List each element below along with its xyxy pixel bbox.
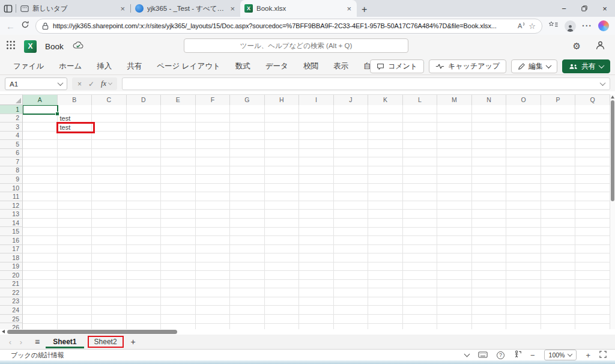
- read-aloud-icon[interactable]: A: [518, 22, 524, 29]
- browser-tab-book-xlsx[interactable]: X Book.xlsx ×: [240, 0, 357, 17]
- horizontal-scrollbar[interactable]: [0, 329, 615, 335]
- browser-settings-menu-icon[interactable]: ···: [582, 21, 592, 31]
- row-header-25[interactable]: 25: [0, 315, 23, 324]
- favorites-list-icon[interactable]: [548, 20, 559, 31]
- comments-button[interactable]: コメント: [370, 59, 424, 73]
- tab-close-icon[interactable]: ×: [345, 5, 353, 13]
- row-header-12[interactable]: 12: [0, 201, 23, 210]
- menu-tab-6[interactable]: データ: [265, 61, 288, 71]
- column-header-N[interactable]: N: [472, 95, 507, 105]
- gear-icon[interactable]: ⚙: [573, 41, 581, 52]
- enter-icon[interactable]: ✓: [88, 80, 94, 88]
- share-button[interactable]: 共有: [562, 59, 610, 73]
- column-header-B[interactable]: B: [58, 95, 92, 105]
- column-header-J[interactable]: J: [334, 95, 369, 105]
- horizontal-scrollbar-thumb[interactable]: [7, 330, 177, 334]
- row-header-11[interactable]: 11: [0, 192, 23, 201]
- tab-workspaces-icon[interactable]: [0, 0, 16, 17]
- name-box[interactable]: A1: [5, 77, 67, 90]
- column-header-H[interactable]: H: [265, 95, 300, 105]
- new-tab-button[interactable]: +: [362, 5, 367, 14]
- favorite-star-icon[interactable]: ☆: [529, 22, 536, 31]
- menu-tab-3[interactable]: 共有: [127, 61, 142, 71]
- row-header-16[interactable]: 16: [0, 236, 23, 245]
- menu-tab-1[interactable]: ホーム: [59, 61, 82, 71]
- column-header-M[interactable]: M: [437, 95, 472, 105]
- copilot-icon[interactable]: [598, 20, 609, 31]
- insert-function-button[interactable]: fx: [101, 79, 112, 88]
- chevron-down-icon[interactable]: [464, 351, 470, 357]
- row-header-7[interactable]: 7: [0, 157, 23, 166]
- sheet-tab-Sheet1[interactable]: Sheet1: [46, 336, 83, 348]
- keyboard-icon[interactable]: [478, 350, 488, 360]
- menu-tab-5[interactable]: 数式: [235, 61, 250, 71]
- column-header-C[interactable]: C: [92, 95, 127, 105]
- zoom-level-dropdown[interactable]: 100%: [544, 350, 577, 360]
- tab-close-icon[interactable]: ×: [119, 5, 126, 13]
- row-header-4[interactable]: 4: [0, 132, 23, 141]
- zoom-in-button[interactable]: +: [586, 351, 590, 360]
- window-restore-button[interactable]: [574, 0, 595, 17]
- browser-profile-avatar[interactable]: [565, 20, 576, 32]
- document-title[interactable]: Book: [45, 42, 64, 51]
- accessibility-icon[interactable]: [514, 350, 521, 360]
- column-header-D[interactable]: D: [127, 95, 162, 105]
- fullscreen-icon[interactable]: [599, 350, 607, 360]
- browser-tab-sharepoint[interactable]: yjk365 - _Test - すべてのドキュメント ×: [131, 0, 240, 17]
- expand-formula-bar-icon[interactable]: [600, 80, 606, 86]
- excel-logo-icon[interactable]: X: [24, 40, 37, 53]
- column-header-F[interactable]: F: [196, 95, 231, 105]
- row-header-19[interactable]: 19: [0, 262, 23, 271]
- menu-tab-8[interactable]: 表示: [333, 61, 348, 71]
- formula-input[interactable]: [122, 77, 610, 90]
- menu-tab-4[interactable]: ページ レイアウト: [157, 61, 220, 71]
- column-header-G[interactable]: G: [230, 95, 265, 105]
- row-header-24[interactable]: 24: [0, 306, 23, 315]
- row-header-13[interactable]: 13: [0, 210, 23, 219]
- row-header-21[interactable]: 21: [0, 280, 23, 289]
- row-header-10[interactable]: 10: [0, 184, 23, 193]
- column-header-A[interactable]: A: [23, 95, 58, 105]
- cell-B2[interactable]: test: [60, 114, 71, 123]
- row-header-20[interactable]: 20: [0, 271, 23, 280]
- column-header-E[interactable]: E: [161, 95, 196, 105]
- app-launcher-waffle-icon[interactable]: [6, 40, 16, 52]
- column-header-P[interactable]: P: [541, 95, 576, 105]
- row-header-18[interactable]: 18: [0, 253, 23, 262]
- row-header-23[interactable]: 23: [0, 297, 23, 306]
- row-header-5[interactable]: 5: [0, 140, 23, 149]
- menu-tab-2[interactable]: 挿入: [97, 61, 112, 71]
- menu-tab-7[interactable]: 校閲: [303, 61, 318, 71]
- menu-tab-0[interactable]: ファイル: [13, 61, 44, 71]
- column-header-L[interactable]: L: [403, 95, 438, 105]
- row-header-17[interactable]: 17: [0, 245, 23, 254]
- account-icon[interactable]: [595, 40, 605, 53]
- workbook-statistics-button[interactable]: ブックの統計情報: [0, 351, 64, 360]
- address-bar[interactable]: https://yjk365.sharepoint.com/:x:/r/site…: [35, 19, 542, 34]
- add-sheet-button[interactable]: +: [131, 337, 136, 347]
- scroll-left-arrow-icon[interactable]: [2, 330, 5, 333]
- browser-tab-new-tab[interactable]: 新しいタブ ×: [16, 0, 130, 17]
- back-icon[interactable]: ←: [6, 21, 15, 31]
- row-header-2[interactable]: 2: [0, 114, 23, 123]
- row-header-14[interactable]: 14: [0, 219, 23, 228]
- row-header-1[interactable]: 1: [0, 105, 23, 114]
- scroll-up-arrow-icon[interactable]: [611, 96, 614, 99]
- cancel-icon[interactable]: ×: [77, 80, 82, 88]
- search-input[interactable]: [184, 38, 408, 53]
- row-header-8[interactable]: 8: [0, 166, 23, 175]
- all-sheets-menu-icon[interactable]: ≡: [35, 337, 40, 347]
- vertical-scrollbar-thumb[interactable]: [611, 100, 614, 201]
- row-header-22[interactable]: 22: [0, 288, 23, 297]
- row-header-26[interactable]: 26: [0, 323, 23, 329]
- sheet-tab-Sheet2[interactable]: Sheet2: [89, 337, 123, 347]
- row-header-6[interactable]: 6: [0, 149, 23, 158]
- catch-up-button[interactable]: キャッチアップ: [429, 59, 506, 73]
- row-header-3[interactable]: 3: [0, 123, 23, 132]
- prev-sheet-icon[interactable]: ‹: [5, 338, 16, 347]
- zoom-out-button[interactable]: −: [530, 351, 535, 360]
- url-text[interactable]: https://yjk365.sharepoint.com/:x:/r/site…: [53, 22, 514, 29]
- tab-close-icon[interactable]: ×: [229, 5, 236, 13]
- cloud-saved-icon[interactable]: [72, 41, 84, 52]
- column-header-K[interactable]: K: [368, 95, 403, 105]
